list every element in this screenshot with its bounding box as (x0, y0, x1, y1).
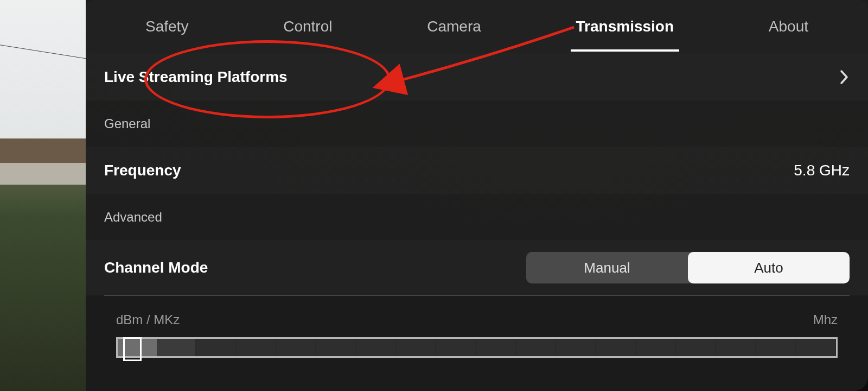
channel-mode-manual-button[interactable]: Manual (526, 252, 688, 283)
channel-mode-segmented: Manual Auto (526, 252, 850, 283)
tab-transmission[interactable]: Transmission (571, 2, 680, 52)
settings-tabs: Safety Control Camera Transmission About (86, 0, 868, 53)
frequency-value: 5.8 GHz (794, 162, 850, 179)
live-streaming-label: Live Streaming Platforms (104, 68, 288, 86)
tab-safety[interactable]: Safety (140, 2, 194, 52)
tab-camera[interactable]: Camera (422, 2, 487, 52)
frequency-row[interactable]: Frequency 5.8 GHz (86, 147, 868, 194)
channel-mode-row: Channel Mode Manual Auto (86, 240, 868, 295)
live-streaming-platforms-row[interactable]: Live Streaming Platforms (86, 53, 868, 101)
camera-preview-strip (0, 0, 86, 391)
graph-left-label: dBm / MKz (116, 312, 180, 327)
channel-graph-wrap: dBm / MKz Mhz (86, 296, 868, 358)
chevron-right-icon (840, 70, 850, 85)
tab-about[interactable]: About (763, 2, 814, 52)
channel-histogram[interactable] (116, 337, 838, 358)
section-header-general: General (86, 101, 868, 147)
frequency-label: Frequency (104, 162, 181, 179)
channel-mode-auto-button[interactable]: Auto (688, 252, 850, 283)
section-header-advanced: Advanced (86, 194, 868, 240)
channel-mode-label: Channel Mode (104, 259, 208, 276)
graph-right-label: Mhz (813, 312, 838, 327)
tab-control[interactable]: Control (278, 2, 337, 52)
settings-panel: Safety Control Camera Transmission About… (86, 0, 868, 391)
